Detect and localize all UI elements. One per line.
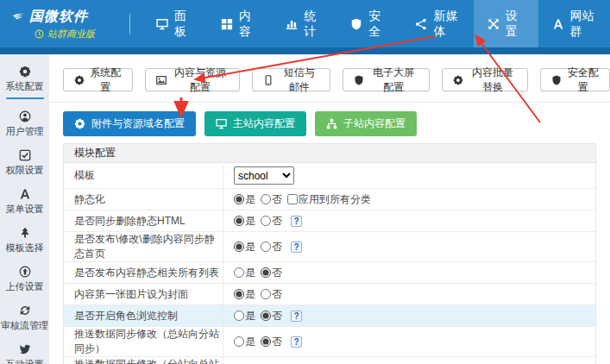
refresh-icon xyxy=(19,304,31,317)
radio-input[interactable] xyxy=(261,194,271,204)
table-row: 是否发布内容静态相关所有列表是否 xyxy=(64,262,595,284)
radio-label: 是 xyxy=(245,287,255,302)
help-icon[interactable]: ? xyxy=(291,311,302,322)
main-nav: 面板内容统计安全新媒体设置网站群 xyxy=(142,0,610,47)
nav-item-1[interactable]: 面板 xyxy=(142,0,207,47)
radio-input[interactable] xyxy=(234,216,244,226)
table-row: 内容第一张图片设为封面是否 xyxy=(64,284,595,305)
tab-button-label: 附件与资源域名配置 xyxy=(91,116,185,131)
row-label: 是否发布\修改\删除内容同步静态首页 xyxy=(64,232,223,261)
config-toolbar: 系统配置内容与资源配置短信与邮件电子大屏配置内容批量替换安全配置 xyxy=(63,68,610,91)
sidebar-item-2[interactable]: 用户管理 xyxy=(0,105,49,144)
row-value: 是否 xyxy=(223,284,595,304)
radio-input[interactable] xyxy=(261,336,271,347)
font-a-icon xyxy=(19,188,31,200)
radio-option-yes[interactable]: 是 xyxy=(234,266,255,280)
toolbar-button-6[interactable]: 安全配置 xyxy=(540,68,610,91)
radio-option-yes[interactable]: 是 xyxy=(234,287,255,302)
nav-item-2[interactable]: 内容 xyxy=(207,0,272,47)
toolbar-button-label: 内容与资源配置 xyxy=(172,66,230,95)
template-select[interactable]: school xyxy=(234,166,294,185)
nav-item-label: 安全 xyxy=(368,9,391,40)
radio-input[interactable] xyxy=(234,336,244,347)
radio-option-no[interactable]: 否 xyxy=(261,192,282,207)
monitor-icon xyxy=(216,118,227,129)
image-icon xyxy=(156,75,167,85)
toolbar-button-1[interactable]: 系统配置 xyxy=(63,68,133,91)
radio-option-no[interactable]: 否 xyxy=(261,240,282,254)
sidebar-item-4[interactable]: 菜单设置 xyxy=(0,183,49,222)
row-value: 是否 xyxy=(223,262,595,283)
radio-option-no[interactable]: 否 xyxy=(261,309,282,323)
radio-option-no[interactable]: 否 xyxy=(261,335,282,349)
radio-input[interactable] xyxy=(261,311,271,321)
nav-item-7[interactable]: 网站群 xyxy=(538,0,610,47)
checkbox-input[interactable] xyxy=(287,194,298,204)
radio-input[interactable] xyxy=(234,242,244,252)
nav-item-label: 面板 xyxy=(174,9,197,40)
radio-option-yes[interactable]: 是 xyxy=(234,240,255,254)
radio-option-yes[interactable]: 是 xyxy=(234,192,255,207)
radio-input[interactable] xyxy=(261,242,271,252)
sidebar-item-5[interactable]: 模板选择 xyxy=(0,222,49,260)
nav-item-label: 统计 xyxy=(304,9,326,40)
logo-swoosh-icon xyxy=(12,10,24,22)
radio-input[interactable] xyxy=(234,194,244,204)
row-label: 推送数据同步修改（总站向分站同步） xyxy=(64,327,223,356)
radio-input[interactable] xyxy=(261,216,271,226)
radio-label: 否 xyxy=(272,192,282,207)
sidebar-item-label: 菜单设置 xyxy=(6,203,44,216)
sidebar-item-label: 权限设置 xyxy=(6,164,44,177)
grid-icon xyxy=(221,18,233,30)
radio-label: 是 xyxy=(245,266,255,280)
radio-option-no[interactable]: 否 xyxy=(261,266,282,280)
sidebar-item-label: 系统配置 xyxy=(6,80,44,93)
row-value: 是否? xyxy=(223,232,595,261)
help-icon[interactable]: ? xyxy=(291,216,302,227)
tab-button-3[interactable]: 子站内容配置 xyxy=(315,111,417,136)
radio-input[interactable] xyxy=(234,289,244,299)
radio-input[interactable] xyxy=(261,267,271,278)
radio-input[interactable] xyxy=(261,289,271,299)
nav-item-label: 网站群 xyxy=(570,9,596,40)
sidebar-item-7[interactable]: 审核流管理 xyxy=(0,299,49,338)
sitemap-icon xyxy=(326,118,337,129)
row-value: 是否? xyxy=(223,305,595,326)
sidebar-item-3[interactable]: 权限设置 xyxy=(0,144,49,183)
nav-item-6[interactable]: 设置 xyxy=(474,0,538,47)
sidebar-item-1[interactable]: 系统配置 xyxy=(0,60,49,105)
nav-item-4[interactable]: 安全 xyxy=(336,0,401,47)
radio-option-no[interactable]: 否 xyxy=(261,287,282,302)
radio-label: 否 xyxy=(272,214,282,229)
edition-badge: 站群商业版 xyxy=(35,28,119,41)
radio-option-yes[interactable]: 是 xyxy=(234,309,255,323)
sidebar-item-8[interactable]: 互动设置 xyxy=(0,338,49,364)
toolbar-button-label: 短信与邮件 xyxy=(279,66,319,95)
help-icon[interactable]: ? xyxy=(291,242,302,253)
radio-option-yes[interactable]: 是 xyxy=(234,335,255,349)
row-value: school xyxy=(223,163,595,188)
table-row: 推送数据同步修改（总站向分站同步）是否? xyxy=(64,327,595,357)
radio-input[interactable] xyxy=(234,311,244,321)
radio-label: 否 xyxy=(272,266,282,280)
radio-label: 否 xyxy=(272,309,282,323)
shield-icon xyxy=(551,75,562,85)
active-indicator xyxy=(6,97,44,99)
radio-input[interactable] xyxy=(234,267,244,278)
toolbar-button-3[interactable]: 短信与邮件 xyxy=(252,68,330,91)
radio-option-no[interactable]: 否 xyxy=(261,214,282,229)
toolbar-button-4[interactable]: 电子大屏配置 xyxy=(343,68,430,91)
sidebar-item-6[interactable]: 上传设置 xyxy=(0,260,49,299)
radio-option-yes[interactable]: 是 xyxy=(234,214,255,229)
logo-area: 国微软件 站群商业版 xyxy=(0,0,129,47)
tab-button-2[interactable]: 主站内容配置 xyxy=(204,111,306,136)
nav-item-5[interactable]: 新媒体 xyxy=(401,0,473,47)
tab-button-1[interactable]: 附件与资源域名配置 xyxy=(63,111,196,136)
toolbar-button-5[interactable]: 内容批量替换 xyxy=(442,68,529,91)
help-icon[interactable]: ? xyxy=(291,336,302,348)
apply-all-categories-checkbox[interactable]: 应用到所有分类 xyxy=(287,192,371,207)
checkbox-label: 应用到所有分类 xyxy=(299,192,371,207)
nav-item-3[interactable]: 统计 xyxy=(272,0,336,47)
toolbar-button-2[interactable]: 内容与资源配置 xyxy=(145,68,241,91)
radio-label: 是 xyxy=(245,192,255,207)
